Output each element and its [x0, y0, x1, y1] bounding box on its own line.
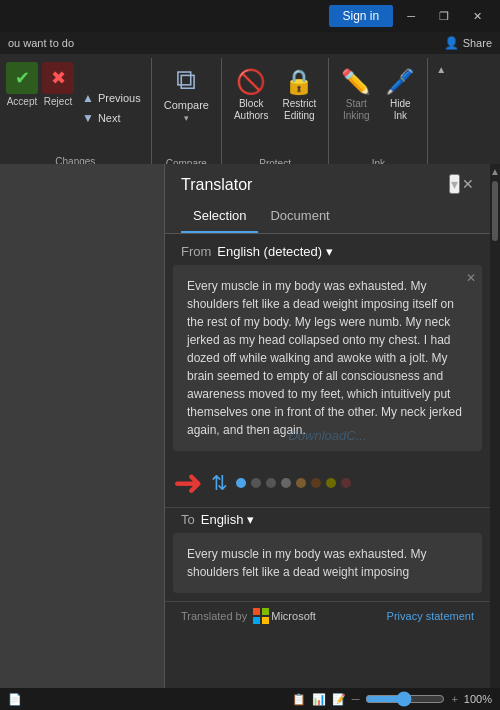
- block-authors-icon: 🚫: [236, 68, 266, 96]
- translator-close-button[interactable]: ✕: [456, 174, 480, 194]
- next-label: Next: [98, 112, 121, 124]
- view-icon1[interactable]: 📋: [292, 693, 306, 706]
- red-arrow-icon: ➜: [173, 465, 203, 501]
- from-section: From English (detected) ▾: [165, 234, 490, 265]
- previous-label: Previous: [98, 92, 141, 104]
- minimize-button[interactable]: ─: [397, 6, 425, 26]
- start-inking-button[interactable]: ✏️ StartInking: [337, 64, 375, 126]
- from-language-selector[interactable]: English (detected) ▾: [217, 244, 333, 259]
- changes-section: ✔ Accept ✖ Reject ▲ Previous ▼ Next: [0, 58, 152, 173]
- swap-icon[interactable]: ⇅: [211, 471, 228, 495]
- to-section: To English ▾: [165, 507, 490, 533]
- block-authors-button[interactable]: 🚫 BlockAuthors: [230, 64, 272, 126]
- to-language-selector[interactable]: English ▾: [201, 512, 255, 527]
- scrollbar-thumb[interactable]: [492, 181, 498, 241]
- color-dots: [236, 478, 351, 488]
- watermark: DownloadC...: [288, 428, 366, 443]
- source-text: Every muscle in my body was exhausted. M…: [187, 277, 468, 439]
- view-icon3[interactable]: 📝: [332, 693, 346, 706]
- reject-button[interactable]: ✖ Reject: [42, 62, 74, 154]
- svg-rect-3: [262, 617, 269, 624]
- tab-document[interactable]: Document: [258, 202, 341, 233]
- search-text: ou want to do: [8, 37, 74, 49]
- next-button[interactable]: ▼ Next: [78, 109, 145, 127]
- next-arrow-icon: ▼: [82, 111, 94, 125]
- main-content: Translator ▾ ✕ Selection Document From E…: [0, 164, 500, 688]
- top-bar: ou want to do 👤 Share: [0, 32, 500, 54]
- to-dropdown-icon: ▾: [247, 512, 254, 527]
- start-inking-label: StartInking: [343, 98, 370, 122]
- dot-dark-red[interactable]: [341, 478, 351, 488]
- ink-section: ✏️ StartInking 🖊️ HideInk Ink: [329, 58, 428, 173]
- arrow-area: ➜ ⇅: [165, 459, 490, 507]
- translated-by-bar: Translated by Microsoft Privacy statemen…: [165, 601, 490, 630]
- dot-olive[interactable]: [326, 478, 336, 488]
- restrict-editing-icon: 🔒: [284, 68, 314, 96]
- translator-tabs: Selection Document: [181, 202, 474, 233]
- source-text-close-button[interactable]: ✕: [466, 271, 476, 285]
- reject-label: Reject: [44, 96, 72, 107]
- collapse-ribbon-button[interactable]: ▲: [434, 62, 448, 77]
- block-authors-label: BlockAuthors: [234, 98, 268, 122]
- close-button[interactable]: ✕: [463, 6, 492, 27]
- dot-brown1[interactable]: [296, 478, 306, 488]
- to-language-text: English: [201, 512, 244, 527]
- translated-by-label: Translated by: [181, 610, 247, 622]
- zoom-out-button[interactable]: ─: [352, 693, 360, 705]
- scrollbar-up-arrow[interactable]: ▲: [490, 166, 500, 177]
- status-page-info: 📄: [8, 693, 22, 706]
- sign-in-button[interactable]: Sign in: [329, 5, 394, 27]
- nav-buttons: ▲ Previous ▼ Next: [78, 62, 145, 154]
- start-inking-icon: ✏️: [341, 68, 371, 96]
- dot-gray1[interactable]: [251, 478, 261, 488]
- share-icon: 👤: [444, 36, 459, 50]
- hide-ink-button[interactable]: 🖊️ HideInk: [381, 64, 419, 126]
- dot-blue[interactable]: [236, 478, 246, 488]
- translator-scrollbar[interactable]: ▲: [490, 164, 500, 688]
- previous-button[interactable]: ▲ Previous: [78, 89, 145, 107]
- from-label: From: [181, 244, 211, 259]
- from-language-text: English (detected): [217, 244, 322, 259]
- restrict-editing-button[interactable]: 🔒 RestrictEditing: [278, 64, 320, 126]
- restrict-editing-label: RestrictEditing: [282, 98, 316, 122]
- source-text-box: Every muscle in my body was exhausted. M…: [173, 265, 482, 451]
- collapse-ribbon-area: ▲: [428, 58, 454, 173]
- status-icons: 📋 📊 📝 ─ + 100%: [292, 691, 492, 707]
- svg-rect-0: [253, 608, 260, 615]
- previous-arrow-icon: ▲: [82, 91, 94, 105]
- dot-brown2[interactable]: [311, 478, 321, 488]
- translator-title: Translator: [181, 176, 474, 194]
- hide-ink-label: HideInk: [390, 98, 411, 122]
- zoom-slider[interactable]: [365, 691, 445, 707]
- view-icon2[interactable]: 📊: [312, 693, 326, 706]
- zoom-level: 100%: [464, 693, 492, 705]
- share-button[interactable]: 👤 Share: [436, 36, 500, 50]
- status-bar: 📄 📋 📊 📝 ─ + 100%: [0, 688, 500, 710]
- hide-ink-icon: 🖊️: [385, 68, 415, 96]
- document-panel: [0, 164, 165, 688]
- reject-icon: ✖: [42, 62, 74, 94]
- restore-button[interactable]: ❐: [429, 6, 459, 27]
- share-label: Share: [463, 37, 492, 49]
- translation-text-box: Every muscle in my body was exhausted. M…: [173, 533, 482, 593]
- protect-section: 🚫 BlockAuthors 🔒 RestrictEditing Protect: [222, 58, 329, 173]
- microsoft-logo: Microsoft: [253, 608, 316, 624]
- zoom-in-button[interactable]: +: [451, 693, 457, 705]
- to-label: To: [181, 512, 195, 527]
- from-dropdown-icon: ▾: [326, 244, 333, 259]
- tab-selection[interactable]: Selection: [181, 202, 258, 233]
- privacy-link[interactable]: Privacy statement: [387, 610, 474, 622]
- microsoft-label: Microsoft: [271, 610, 316, 622]
- svg-rect-2: [253, 617, 260, 624]
- dot-gray3[interactable]: [281, 478, 291, 488]
- title-bar: Sign in ─ ❐ ✕: [0, 0, 500, 32]
- dot-gray2[interactable]: [266, 478, 276, 488]
- compare-section: ⧉ Compare ▾ Compare: [152, 58, 222, 173]
- accept-button[interactable]: ✔ Accept: [6, 62, 38, 154]
- compare-button[interactable]: ⧉ Compare ▾: [160, 60, 213, 127]
- translator-panel: Translator ▾ ✕ Selection Document From E…: [165, 164, 490, 688]
- accept-icon: ✔: [6, 62, 38, 94]
- compare-label: Compare: [164, 99, 209, 111]
- ms-logo-svg: [253, 608, 269, 624]
- ribbon-toolbar: ✔ Accept ✖ Reject ▲ Previous ▼ Next: [0, 54, 500, 174]
